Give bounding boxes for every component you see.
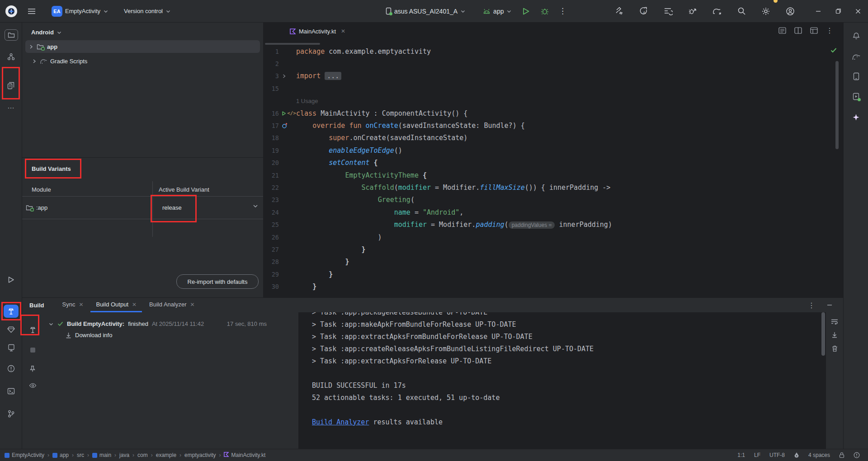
line-separator[interactable]: LF (754, 452, 760, 458)
chevron-right-icon[interactable] (28, 44, 33, 49)
build-status-row[interactable]: Build EmptyActivity: finished At 2025/11… (48, 320, 298, 327)
app-module-folder-icon (37, 44, 44, 50)
run-gutter-icon[interactable]: </> (279, 110, 296, 116)
tab-build-output[interactable]: Build Output ✕ (90, 298, 142, 312)
usage-hint[interactable]: 1 Usage (296, 98, 844, 104)
code-editor[interactable]: 1package com.example.emptyactivity23impo… (264, 45, 844, 297)
app-quality-insights-icon[interactable] (0, 322, 22, 337)
main-menu-icon[interactable] (23, 0, 41, 23)
error-highlight-icon[interactable] (854, 452, 860, 458)
gradle-sync-icon[interactable] (707, 0, 727, 23)
more-tool-windows-icon[interactable]: … (0, 99, 22, 114)
tab-sync[interactable]: Sync ✕ (57, 298, 89, 312)
breadcrumb-item[interactable]: java (119, 452, 129, 458)
pen-nib-icon[interactable] (794, 452, 799, 458)
terminal-tool-window-icon[interactable] (0, 383, 22, 399)
build-tool-window-icon[interactable] (0, 304, 22, 319)
breadcrumb-item[interactable]: MainActivity.kt (224, 452, 265, 458)
scroll-to-end-icon[interactable] (831, 332, 838, 338)
project-tree-item-gradle-scripts[interactable]: Gradle Scripts (22, 55, 263, 67)
search-everywhere-icon[interactable] (731, 0, 751, 23)
build-analyzer-link[interactable]: Build Analyzer (312, 418, 369, 426)
line-number: 26 (264, 234, 279, 241)
lock-icon[interactable] (839, 452, 844, 458)
chevron-right-icon[interactable] (32, 59, 37, 64)
pin-tab-icon[interactable] (22, 361, 43, 376)
run-configuration-selector[interactable]: app (478, 5, 516, 18)
build-project-icon[interactable] (609, 0, 629, 23)
ovr-gutter-icon[interactable] (279, 122, 296, 129)
version-control-tool-window-icon[interactable] (0, 406, 22, 421)
indent-setting[interactable]: 4 spaces (808, 452, 830, 458)
inspections-ok-icon[interactable] (830, 47, 837, 54)
account-icon[interactable] (780, 0, 800, 23)
active-variant-value[interactable]: release (162, 204, 182, 211)
tab-build-analyzer[interactable]: Build Analyzer ✕ (144, 298, 200, 312)
debug-button[interactable] (535, 0, 554, 23)
profiler-icon[interactable] (658, 0, 678, 23)
hide-tool-window-icon[interactable] (827, 302, 832, 308)
settings-icon[interactable] (756, 0, 776, 23)
device-selector[interactable]: asus ASUS_AI2401_A (381, 5, 470, 18)
clear-console-trash-icon[interactable] (832, 345, 838, 352)
file-encoding[interactable]: UTF-8 (769, 452, 785, 458)
breadcrumb-item[interactable]: src (77, 452, 84, 458)
breadcrumb[interactable]: EmptyActivity›app›src›main›java›com›exam… (5, 452, 265, 458)
run-tool-window-icon[interactable] (0, 272, 22, 287)
tab-close-icon[interactable]: ✕ (341, 28, 345, 34)
stop-build-icon[interactable] (22, 342, 43, 358)
soft-wrap-icon[interactable] (831, 319, 838, 325)
tab-mainactivity[interactable]: MainActivity.kt ✕ (285, 23, 350, 40)
console-scrollbar[interactable] (821, 312, 825, 356)
design-view-icon[interactable] (810, 27, 818, 34)
attach-debugger-icon[interactable] (683, 0, 703, 23)
chevron-down-icon[interactable] (48, 321, 54, 327)
split-view-icon[interactable] (794, 27, 802, 34)
run-button[interactable] (516, 0, 535, 23)
editor-scrollbar[interactable] (835, 61, 839, 149)
commit-tool-window-icon[interactable] (0, 49, 22, 64)
gradle-tool-window-icon[interactable] (844, 49, 868, 64)
caret-position[interactable]: 1:1 (737, 452, 745, 458)
rerun-build-hammer-icon[interactable] (22, 322, 43, 338)
show-output-eye-icon[interactable] (22, 378, 43, 393)
running-devices-icon[interactable] (844, 89, 868, 104)
tab-close-icon[interactable]: ✕ (79, 301, 83, 308)
project-view-selector[interactable]: Android (22, 23, 263, 40)
project-tree-item-app[interactable]: app (25, 40, 260, 53)
minimize-window-button[interactable] (808, 0, 828, 23)
code-text: ) (296, 233, 844, 241)
breadcrumb-item[interactable]: EmptyActivity (5, 452, 44, 458)
breadcrumb-item[interactable]: example (156, 452, 176, 458)
variant-dropdown-chevron-icon[interactable] (252, 203, 259, 211)
tab-close-icon[interactable]: ✕ (132, 301, 137, 308)
project-tool-window-icon[interactable] (0, 27, 22, 42)
editor-more-icon[interactable]: ⋮ (826, 26, 833, 35)
tab-label: Sync (62, 301, 75, 308)
breadcrumb-item[interactable]: main (92, 452, 111, 458)
breadcrumb-item[interactable]: app (52, 452, 69, 458)
apply-changes-icon[interactable]: A (634, 0, 654, 23)
notifications-bell-icon[interactable] (844, 28, 868, 43)
breadcrumb-item[interactable]: com (137, 452, 148, 458)
restore-window-button[interactable] (828, 0, 848, 23)
gemini-star-icon[interactable] (844, 109, 868, 125)
more-run-actions-icon[interactable]: ⋮ (554, 0, 571, 23)
device-explorer-icon[interactable] (844, 69, 868, 84)
close-window-button[interactable] (848, 0, 868, 23)
build-output-console[interactable]: > Task :app:packageReleaseBundle UP-TO-D… (298, 312, 826, 449)
device-manager-icon[interactable] (0, 340, 22, 355)
build-variant-row[interactable]: :app release (22, 197, 263, 219)
breadcrumb-item[interactable]: emptyactivity (184, 452, 216, 458)
problems-tool-window-icon[interactable] (0, 361, 22, 376)
build-window-options-icon[interactable]: ⋮ (808, 301, 815, 310)
reimport-with-defaults-button[interactable]: Re-import with defaults (176, 274, 259, 289)
fold-gutter-icon[interactable] (279, 74, 296, 79)
tab-close-icon[interactable]: ✕ (190, 301, 194, 308)
run-config-name: app (493, 8, 504, 15)
code-view-icon[interactable] (778, 27, 786, 34)
download-info-row[interactable]: Download info (66, 332, 298, 339)
project-widget[interactable]: EA EmptyActivity (47, 3, 113, 19)
vcs-widget[interactable]: Version control (119, 5, 175, 17)
build-variants-tool-window-icon[interactable] (0, 78, 22, 93)
